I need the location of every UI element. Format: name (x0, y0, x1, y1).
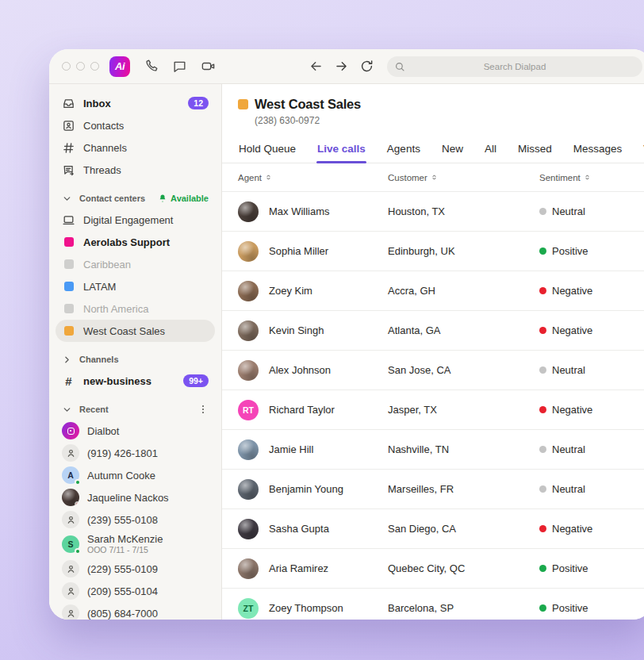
avatar: RT (238, 400, 259, 420)
sidebar-item-west-coast-sales[interactable]: West Coast Sales (56, 320, 215, 342)
customer-location: Quebec City, QC (388, 562, 539, 574)
recent-item-label: Dialbot (87, 425, 119, 437)
section-channels[interactable]: Channels (56, 349, 215, 370)
table-row[interactable]: RTRichard Taylor Jasper, TX Negative (222, 390, 644, 430)
sidebar-item-latam[interactable]: LATAM (56, 275, 215, 297)
kebab-menu-icon[interactable] (197, 404, 209, 415)
agent-name: Jamie Hill (269, 443, 313, 455)
table-row[interactable]: Jamie Hill Nashville, TN Neutral (222, 430, 644, 470)
sidebar-item-north-america[interactable]: North America (56, 297, 215, 320)
sidebar-item-inbox[interactable]: Inbox 12 (56, 92, 215, 114)
tab-missed[interactable]: Missed (517, 138, 553, 163)
status-dot (75, 548, 81, 554)
close-window-icon[interactable] (62, 62, 71, 71)
maximize-window-icon[interactable] (90, 62, 99, 71)
column-header-agent[interactable]: Agent (238, 172, 388, 182)
center-color-swatch (64, 304, 74, 313)
minimize-window-icon[interactable] (76, 62, 85, 71)
recent-item-phone[interactable]: (239) 555-0108 (56, 508, 215, 531)
back-arrow-icon[interactable] (309, 59, 324, 74)
customer-location: San Diego, CA (388, 523, 539, 535)
tab-hold-queue[interactable]: Hold Queue (238, 138, 297, 163)
table-row[interactable]: Sasha Gupta San Diego, CA Negative (222, 509, 644, 549)
recent-item-label: Sarah McKenzie (87, 534, 163, 546)
center-color-swatch (64, 326, 74, 336)
customer-location: Jasper, TX (388, 404, 539, 416)
bell-icon (158, 194, 167, 203)
dialpad-ai-logo[interactable]: Ai (109, 56, 130, 77)
avatar (238, 439, 259, 460)
availability-label: Available (171, 194, 209, 203)
tab-agents[interactable]: Agents (386, 138, 421, 163)
section-label: Channels (79, 355, 119, 364)
availability-status[interactable]: Available (158, 194, 209, 203)
sidebar-item-label: West Coast Sales (83, 325, 165, 337)
section-contact-centers[interactable]: Contact centers Available (56, 188, 215, 209)
hash-icon (62, 141, 75, 155)
tab-all[interactable]: All (484, 138, 497, 163)
column-label: Sentiment (539, 173, 581, 182)
table-row[interactable]: Alex Johnson San Jose, CA Neutral (222, 351, 644, 390)
table-row[interactable]: ZTZoey Thompson Barcelona, SP Positive (222, 589, 644, 620)
recent-item-dialbot[interactable]: Dialbot (56, 420, 215, 442)
sidebar-item-threads[interactable]: Threads (56, 159, 215, 181)
section-label: Contact centers (79, 194, 145, 203)
hash-icon: # (62, 374, 75, 388)
recent-item-phone[interactable]: (229) 555-0109 (56, 558, 215, 580)
agent-name: Alex Johnson (269, 364, 331, 376)
sidebar-item-label: Digital Engagement (83, 214, 173, 226)
agent-name: Sasha Gupta (269, 523, 329, 535)
status-dot (75, 501, 79, 506)
contact-center-color-swatch (238, 99, 248, 109)
forward-arrow-icon[interactable] (334, 59, 349, 74)
sidebar-item-aerolabs-support[interactable]: Aerolabs Support (56, 231, 215, 253)
table-row[interactable]: Benjamin Young Marseilles, FR Neutral (222, 470, 644, 509)
recent-item-phone[interactable]: (805) 684-7000 (56, 602, 215, 620)
table-row[interactable]: Aria Ramirez Quebec City, QC Positive (222, 549, 644, 589)
customer-location: Atlanta, GA (388, 324, 539, 336)
sentiment-label: Neutral (552, 443, 585, 455)
section-recent[interactable]: Recent (56, 399, 215, 420)
phone-icon[interactable] (144, 59, 159, 74)
tab-live-calls[interactable]: Live calls (316, 138, 366, 163)
sidebar-item-channels[interactable]: Channels (56, 136, 215, 159)
traffic-lights[interactable] (62, 62, 99, 71)
video-icon[interactable] (201, 59, 216, 74)
recent-item-sarah-mckenzie[interactable]: S Sarah McKenzie OOO 7/11 - 7/15 (56, 531, 215, 558)
recent-item-label: (229) 555-0109 (87, 563, 158, 575)
column-header-customer[interactable]: Customer (388, 172, 539, 182)
sidebar-item-label: Caribbean (83, 259, 131, 271)
sentiment-dot (539, 366, 546, 374)
column-label: Agent (238, 173, 262, 182)
recent-item-phone[interactable]: (209) 555-0104 (56, 580, 215, 602)
tab-new[interactable]: New (441, 138, 464, 163)
recent-item-phone[interactable]: (919) 426-1801 (56, 442, 215, 464)
tab-messages[interactable]: Messages (573, 138, 623, 163)
table-row[interactable]: Kevin Singh Atlanta, GA Negative (222, 311, 644, 351)
refresh-icon[interactable] (359, 59, 374, 74)
sidebar-item-digital-engagement[interactable]: Digital Engagement (56, 209, 215, 231)
app-window: Ai Inbox 12 (49, 49, 644, 620)
recent-item-autumn-cooke[interactable]: A Autumn Cooke (56, 464, 215, 486)
unread-count-badge: 99+ (183, 374, 209, 387)
sidebar-item-new-business[interactable]: # new-business 99+ (56, 370, 215, 392)
agent-name: Richard Taylor (269, 404, 335, 416)
person-icon (62, 560, 79, 578)
sidebar-item-label: Contacts (83, 120, 124, 132)
recent-item-jaqueline-nackos[interactable]: Jaqueline Nackos (56, 486, 215, 508)
sidebar-item-caribbean[interactable]: Caribbean (56, 253, 215, 275)
chat-icon[interactable] (172, 59, 187, 74)
search-bar[interactable] (387, 56, 642, 77)
chevron-down-icon (62, 405, 72, 415)
search-input[interactable] (387, 56, 642, 77)
table-row[interactable]: Zoey Kim Accra, GH Negative (222, 271, 644, 311)
column-header-sentiment[interactable]: Sentiment (539, 172, 644, 182)
recent-item-label: (239) 555-0108 (87, 514, 158, 526)
agent-name: Benjamin Young (269, 483, 343, 495)
table-row[interactable]: Max Williams Houston, TX Neutral (222, 192, 644, 232)
sentiment-label: Neutral (552, 205, 585, 217)
sidebar-item-contacts[interactable]: Contacts (56, 114, 215, 136)
sentiment-label: Positive (552, 562, 588, 574)
section-label: Recent (79, 405, 109, 414)
table-row[interactable]: Sophia Miller Edinburgh, UK Positive (222, 232, 644, 271)
